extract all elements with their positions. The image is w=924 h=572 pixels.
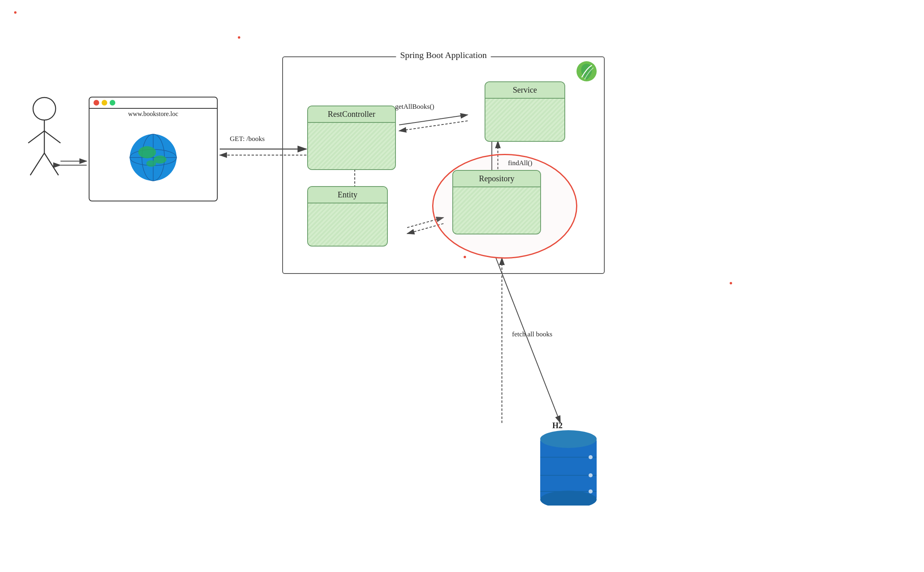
svg-rect-31 xyxy=(540,439,597,499)
repository-label: Repository xyxy=(453,171,540,187)
entity-label: Entity xyxy=(308,187,387,203)
rest-controller-body xyxy=(308,123,395,169)
service-label: Service xyxy=(485,82,564,99)
fetch-all-books-label: fetch all books xyxy=(512,330,552,338)
rest-controller-label: RestController xyxy=(308,106,395,123)
browser-window: www.bookstore.loc xyxy=(89,97,218,201)
browser-dot-red xyxy=(94,100,99,106)
spring-app-box: Spring Boot Application RestController S… xyxy=(282,56,605,274)
repository-body xyxy=(453,187,540,234)
svg-line-14 xyxy=(496,258,560,423)
svg-point-16 xyxy=(33,97,56,120)
dot-accent-2 xyxy=(238,36,240,39)
svg-line-20 xyxy=(30,153,44,175)
svg-point-29 xyxy=(146,160,156,167)
dot-accent-4 xyxy=(730,282,732,284)
svg-point-37 xyxy=(589,455,593,459)
browser-url: www.bookstore.loc xyxy=(89,109,217,119)
repository-box: Repository xyxy=(452,170,541,234)
svg-point-38 xyxy=(589,473,593,477)
browser-dot-green xyxy=(110,100,115,106)
browser-globe xyxy=(89,119,217,196)
service-box: Service xyxy=(485,81,565,142)
spring-leaf-icon xyxy=(576,60,598,84)
diagram-container: www.bookstore.loc GET: /books Spring Boo… xyxy=(0,0,924,572)
dot-accent-1 xyxy=(14,11,17,14)
get-books-label: GET: /books xyxy=(230,135,265,143)
find-all-label: findAll() xyxy=(508,159,532,167)
database-cylinder xyxy=(536,425,601,506)
spring-app-title: Spring Boot Application xyxy=(396,50,491,60)
svg-point-32 xyxy=(540,430,597,448)
entity-box: Entity xyxy=(307,186,388,247)
rest-controller-box: RestController xyxy=(307,106,396,170)
svg-point-39 xyxy=(589,489,593,493)
entity-body xyxy=(308,203,387,246)
stick-figure xyxy=(22,97,67,185)
get-all-books-label: getAllBooks() xyxy=(395,103,434,111)
browser-titlebar xyxy=(89,97,217,109)
browser-dot-yellow xyxy=(102,100,107,106)
svg-line-18 xyxy=(28,131,44,143)
svg-line-19 xyxy=(44,131,60,143)
svg-line-21 xyxy=(44,153,58,175)
service-body xyxy=(485,99,564,141)
svg-point-27 xyxy=(138,146,156,158)
